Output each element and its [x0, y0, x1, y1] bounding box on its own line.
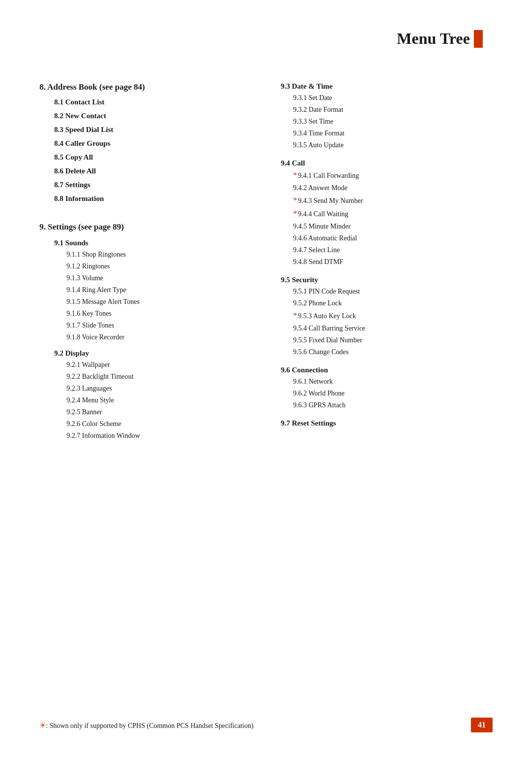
item-9-1-2: 9.1.2 Ringtones — [66, 261, 251, 271]
item-9-5-6: 9.5.6 Change Codes — [293, 347, 493, 357]
footer-asterisk-icon: ✳ — [39, 721, 46, 729]
asterisk-9-4-4: * — [293, 209, 297, 218]
item-9-1-4: 9.1.4 Ring Alert Type — [66, 285, 251, 295]
asterisk-9-4-1: * — [293, 171, 297, 179]
title-text: Menu Tree — [397, 30, 470, 48]
item-9-2-6: 9.2.6 Color Scheme — [66, 419, 251, 429]
item-9-1-5: 9.1.5 Message Alert Tones — [66, 296, 251, 307]
item-9-3-2: 9.3.2 Date Format — [293, 104, 493, 115]
item-9-1-6: 9.1.6 Key Tones — [66, 308, 251, 319]
footer-note-text: Shown only if supported by CPHS (Common … — [49, 722, 253, 729]
asterisk-9-4-3: * — [293, 196, 297, 204]
item-9-2-2: 9.2.2 Backlight Timeout — [66, 371, 251, 382]
item-9-5-5: 9.5.5 Fixed Dial Number — [293, 335, 493, 345]
page-title: Menu Tree — [397, 30, 483, 48]
item-9-4-5: 9.4.5 Minute Minder — [293, 221, 493, 231]
item-9-4-7: 9.4.7 Select Line — [293, 245, 493, 255]
item-9-2-4: 9.2.4 Menu Style — [66, 395, 251, 405]
item-9-2-3: 9.2.3 Languages — [66, 383, 251, 394]
content-columns: 8. Address Book (see page 84) 8.1 Contac… — [39, 82, 493, 442]
item-9-2-1: 9.2.1 Wallpaper — [66, 360, 251, 370]
section-9-1-header: 9.1 Sounds — [54, 239, 251, 247]
item-9-6-2: 9.6.2 World Phone — [293, 388, 493, 398]
asterisk-9-5-3: * — [293, 311, 297, 320]
section-9-5-header: 9.5 Security — [281, 276, 493, 284]
section-9-3-header: 9.3 Date & Time — [281, 82, 493, 91]
item-9-2-7: 9.2.7 Information Window — [66, 430, 251, 441]
item-9-4-4: *9.4.4 Call Waiting — [293, 208, 493, 220]
item-9-5-3: *9.5.3 Auto Key Lock — [293, 310, 493, 322]
item-8-7: 8.7 Settings — [54, 179, 251, 191]
item-9-6-1: 9.6.1 Network — [293, 376, 493, 387]
item-9-1-1: 9.1.1 Shop Ringtones — [66, 249, 251, 260]
item-9-4-8: 9.4.8 Send DTMF — [293, 257, 493, 267]
item-9-5-4: 9.5.4 Call Barring Service — [293, 323, 493, 333]
item-9-4-6: 9.4.6 Automatic Redial — [293, 233, 493, 243]
item-9-4-2: 9.4.2 Answer Mode — [293, 183, 493, 193]
item-9-2-5: 9.2.5 Banner — [66, 407, 251, 417]
item-9-3-3: 9.3.3 Set Time — [293, 116, 493, 127]
footer: ✳: Shown only if supported by CPHS (Comm… — [0, 718, 532, 732]
item-8-4: 8.4 Caller Groups — [54, 137, 251, 149]
item-9-3-1: 9.3.1 Set Date — [293, 93, 493, 103]
item-9-3-5: 9.3.5 Auto Update — [293, 140, 493, 150]
section-8-header: 8. Address Book (see page 84) — [39, 82, 251, 92]
page: Menu Tree 8. Address Book (see page 84) … — [0, 0, 532, 757]
item-8-6: 8.6 Delete All — [54, 165, 251, 177]
item-8-8: 8.8 Information — [54, 193, 251, 204]
section-9-6-header: 9.6 Connection — [281, 366, 493, 374]
section-9-4-header: 9.4 Call — [281, 159, 493, 167]
item-9-4-3: *9.4.3 Send My Number — [293, 195, 493, 206]
right-column: 9.3 Date & Time 9.3.1 Set Date 9.3.2 Dat… — [281, 82, 493, 429]
item-9-3-4: 9.3.4 Time Format — [293, 128, 493, 138]
title-area: Menu Tree — [39, 30, 493, 48]
item-8-3: 8.3 Speed Dial List — [54, 124, 251, 135]
left-column: 8. Address Book (see page 84) 8.1 Contac… — [39, 82, 251, 442]
section-9-header: 9. Settings (see page 89) — [39, 222, 251, 232]
item-9-4-1: *9.4.1 Call Forwarding — [293, 169, 493, 181]
item-9-5-1: 9.5.1 PIN Code Request — [293, 286, 493, 296]
item-9-5-2: 9.5.2 Phone Lock — [293, 298, 493, 308]
item-9-6-3: 9.6.3 GPRS Attach — [293, 400, 493, 410]
title-accent — [474, 30, 483, 48]
item-8-2: 8.2 New Contact — [54, 110, 251, 122]
footer-note: ✳: Shown only if supported by CPHS (Comm… — [39, 721, 254, 730]
item-8-1: 8.1 Contact List — [54, 96, 251, 108]
item-8-5: 8.5 Copy All — [54, 151, 251, 163]
section-9-7-header: 9.7 Reset Settings — [281, 419, 493, 428]
item-9-1-8: 9.1.8 Voice Recorder — [66, 332, 251, 342]
page-number: 41 — [471, 718, 493, 732]
item-9-1-3: 9.1.3 Volume — [66, 273, 251, 283]
item-9-1-7: 9.1.7 Slide Tones — [66, 320, 251, 330]
section-9-2-header: 9.2 Display — [54, 349, 251, 358]
